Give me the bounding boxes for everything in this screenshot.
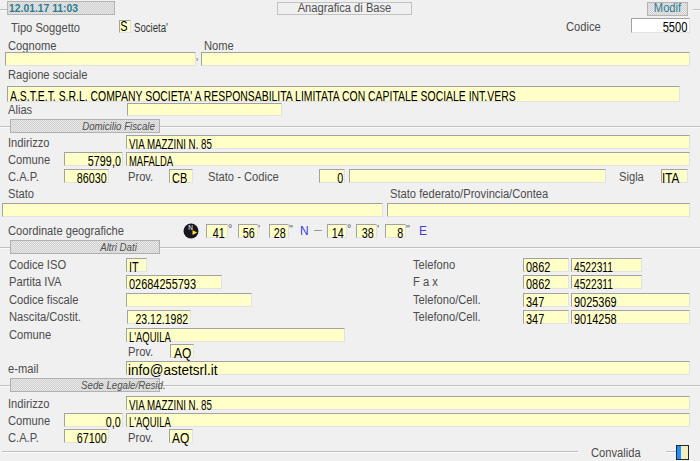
svg-text:N: N bbox=[188, 224, 193, 231]
